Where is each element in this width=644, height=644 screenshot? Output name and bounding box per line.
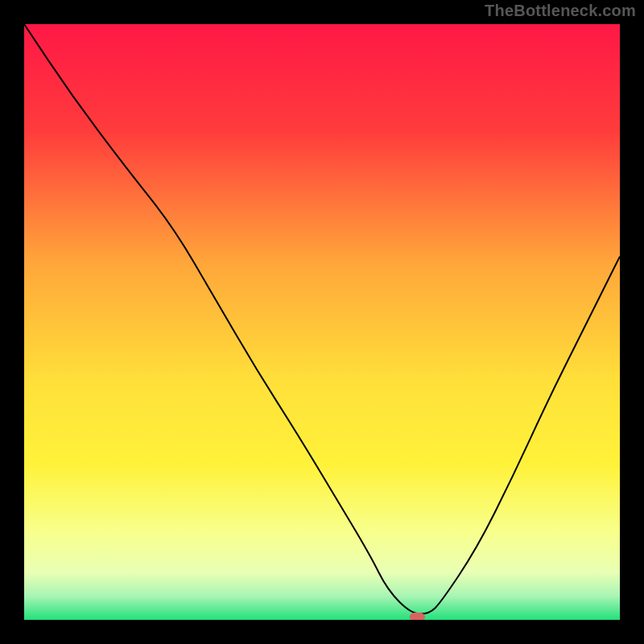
watermark-text: TheBottleneck.com [485,2,636,20]
bottleneck-plot [24,24,620,620]
plot-background [24,24,620,620]
minimum-marker [410,613,425,620]
chart-frame: TheBottleneck.com [0,0,644,644]
